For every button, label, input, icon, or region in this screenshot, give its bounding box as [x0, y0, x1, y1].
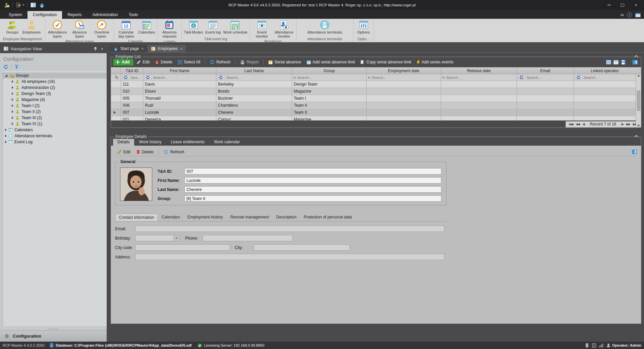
ribbon-button-options[interactable]: Options	[355, 19, 373, 35]
expander-closed-icon[interactable]	[5, 129, 7, 131]
filter-last-name-input[interactable]	[226, 76, 289, 80]
group-field[interactable]	[184, 195, 441, 202]
refresh-button[interactable]: Refresh	[161, 149, 186, 155]
add-button[interactable]: Add	[113, 58, 133, 66]
add-serial-absence-limit-button[interactable]: 26Add serial absence limit	[304, 59, 358, 65]
minimize-button[interactable]	[602, 0, 616, 10]
tab-start-page[interactable]: Start page ×	[110, 45, 147, 52]
ribbon-tab-reports[interactable]: Reports	[62, 11, 87, 19]
info-icon[interactable]: i	[627, 12, 632, 17]
edit-button[interactable]: Edit	[134, 59, 152, 65]
filter-employment-date-input[interactable]	[371, 76, 433, 80]
ribbon-tab-tools[interactable]: Tools	[123, 11, 143, 19]
grid-view-icon[interactable]	[606, 60, 611, 64]
table-row[interactable]: 010EliseoBondsMagazine	[111, 88, 641, 95]
email-field[interactable]	[135, 226, 444, 232]
column-header[interactable]: Email	[517, 67, 574, 74]
ribbon-button-overtime-types[interactable]: Overtime types	[91, 19, 113, 39]
table-row[interactable]: 006RudiChamblessTeam II	[111, 102, 641, 109]
expander-closed-icon[interactable]	[12, 104, 13, 107]
ribbon-button-work-schedule[interactable]: Work schedule	[222, 19, 249, 35]
ribbon-panel-icon[interactable]	[635, 13, 641, 17]
tree-item-design-team[interactable]: Design Team (3)	[3, 91, 107, 97]
tab-work-calendar[interactable]: Work calendar	[210, 138, 244, 146]
ribbon-button-calendars[interactable]: Calendars	[137, 19, 156, 35]
tree-item-team-2[interactable]: Team II (2)	[3, 109, 107, 115]
tab-leave-entitlements[interactable]: Leave entitlements	[166, 138, 209, 146]
tab-employment-history[interactable]: Employment history	[184, 213, 226, 221]
phone-field[interactable]	[203, 235, 292, 241]
report-button[interactable]: Report	[238, 59, 261, 65]
expander-closed-icon[interactable]	[12, 80, 13, 83]
ribbon-button-calendar-day-types[interactable]: 12 Calendar day types	[115, 19, 137, 39]
filter-release-date-input[interactable]	[446, 76, 509, 80]
delete-button[interactable]: Delete	[134, 149, 156, 155]
close-icon[interactable]: ×	[101, 46, 103, 51]
ribbon-button-attendance-types[interactable]: Attendance types	[46, 19, 68, 39]
tree-item-team-4[interactable]: Team IV (1)	[3, 121, 107, 127]
ribbon-tab-system[interactable]: System	[3, 11, 28, 19]
tree-item-groups[interactable]: Groups	[3, 72, 107, 79]
scroll-up-icon[interactable]	[637, 75, 640, 77]
expander-closed-icon[interactable]	[12, 86, 13, 89]
nav-footer-configuration[interactable]: Configuration	[0, 330, 107, 342]
birthday-input[interactable]	[135, 235, 173, 241]
first-name-field[interactable]	[184, 177, 441, 184]
close-tab-icon[interactable]: ×	[141, 47, 143, 51]
scrollbar-thumb[interactable]	[637, 91, 640, 111]
expander-open-icon[interactable]	[5, 74, 7, 77]
birthday-field[interactable]	[135, 235, 179, 241]
record-prev-page-button[interactable]: ◀◀	[576, 122, 580, 126]
ribbon-button-attendance-monitor[interactable]: Attendance monitor	[273, 19, 295, 39]
tree-item-team-1[interactable]: Team I (2)	[3, 103, 107, 109]
column-header[interactable]: Employment date	[367, 67, 441, 74]
ribbon-button-ta-modes[interactable]: T&A Modes	[183, 19, 204, 35]
ribbon-tab-configuration[interactable]: Configuration	[28, 11, 62, 19]
expander-closed-icon[interactable]	[5, 135, 7, 137]
ta-id-field[interactable]	[184, 168, 441, 174]
maximize-button[interactable]	[616, 0, 629, 10]
ribbon-button-absence-requests[interactable]: Absence requests	[158, 19, 180, 39]
tab-protection-of-personal-data[interactable]: Protection of personal data	[300, 213, 356, 221]
table-row[interactable]: 011DemelzaCorpuzMagazine	[111, 116, 641, 120]
address-field[interactable]	[135, 254, 444, 260]
last-name-field[interactable]	[184, 186, 441, 193]
column-chooser-icon[interactable]	[613, 60, 619, 64]
save-layout-icon[interactable]	[621, 60, 626, 64]
column-header[interactable]: T&A ID	[121, 67, 143, 74]
tab-work-history[interactable]: Work history	[135, 138, 166, 146]
column-header[interactable]: First Name	[143, 67, 216, 74]
copy-serial-absence-limit-button[interactable]: Copy serial absence limit	[358, 59, 413, 65]
column-header[interactable]: Group	[292, 67, 367, 74]
record-next-page-button[interactable]: ▶▶	[626, 122, 630, 126]
ribbon-button-event-monitor[interactable]: Event monitor	[251, 19, 273, 39]
close-tab-icon[interactable]: ×	[180, 47, 182, 51]
tree-item-team-3[interactable]: Team III (2)	[3, 115, 107, 121]
navigation-view-icon[interactable]	[30, 2, 36, 8]
expander-closed-icon[interactable]	[12, 122, 13, 125]
tree-item-all-employees[interactable]: All employees (16)	[3, 79, 107, 85]
table-row[interactable]: 005ThorvaldBucknerTeam I	[111, 95, 641, 102]
table-row-selected[interactable]: 007LucindeChevereTeam II	[111, 109, 641, 116]
scroll-down-icon[interactable]	[637, 125, 640, 127]
pin-icon[interactable]	[94, 47, 97, 51]
tree-item-attendance-terminals[interactable]: Attendance terminals	[3, 133, 107, 139]
user-clock-icon[interactable]	[4, 2, 10, 8]
ribbon-button-absence-types[interactable]: 12 Absence types	[68, 19, 91, 39]
filter-email-input[interactable]	[527, 76, 574, 80]
refresh-button[interactable]: Refresh	[208, 59, 233, 65]
filter-group-input[interactable]	[297, 76, 359, 80]
ribbon-button-groups[interactable]: Groups	[3, 19, 21, 35]
filter-first-name-input[interactable]	[153, 76, 214, 80]
record-next-button[interactable]: ▶	[622, 122, 624, 126]
tree-item-event-log[interactable]: Event Log	[3, 139, 107, 145]
ribbon-tab-administration[interactable]: Administration	[87, 11, 123, 19]
nav-resize-grip[interactable]: ......	[0, 326, 107, 330]
home-icon[interactable]	[39, 2, 45, 8]
help-panel-icon[interactable]	[633, 60, 638, 64]
expander-closed-icon[interactable]	[12, 98, 13, 101]
add-series-events-button[interactable]: Add series events	[414, 59, 456, 65]
tab-employees[interactable]: Employees ×	[148, 45, 186, 52]
tree-item-calendars[interactable]: Calendars	[3, 127, 107, 133]
city-code-field[interactable]	[135, 244, 230, 251]
